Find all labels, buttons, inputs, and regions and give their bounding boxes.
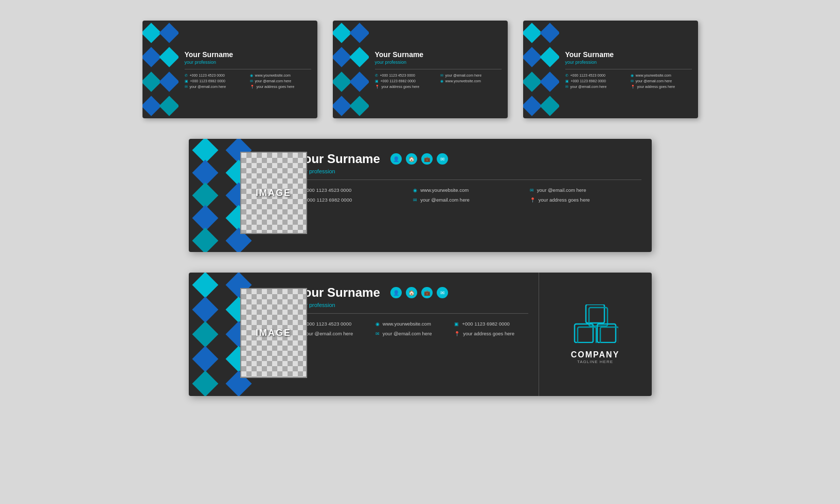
contact-email1-2: ✉ your @email.com here <box>440 74 502 78</box>
diamond-cell <box>333 21 351 45</box>
diamond-cell <box>189 273 222 297</box>
address-icon-bottom: 📍 <box>454 331 460 336</box>
diamond-shape <box>159 47 178 67</box>
web-icon-3: ◉ <box>631 74 634 78</box>
bag-icon-circle: 💼 <box>421 153 433 165</box>
card-left-accent-1 <box>142 21 178 118</box>
diamond-cell <box>142 45 160 70</box>
email-icon: ✉ <box>250 79 253 83</box>
diamond-shape <box>159 71 178 92</box>
diamond-cell <box>160 94 178 119</box>
diamond-shape <box>349 47 368 67</box>
fax-icon-3: ▣ <box>565 79 569 83</box>
large-contact-address: 📍 your address goes here <box>530 197 641 203</box>
diamond-shape <box>192 371 219 396</box>
diamond-shape <box>540 71 559 92</box>
diamond-shape <box>540 96 559 116</box>
diamond-cell <box>351 21 369 45</box>
company-tagline: TAGLINE HERE <box>577 359 613 364</box>
diamond-shape <box>192 346 219 372</box>
large-card-bottom: IMAGE Your Surname 👤 🏠 💼 ✉ your professi… <box>189 273 652 396</box>
person-icon-circle: 👤 <box>390 153 402 165</box>
phone-icon-2: ✆ <box>375 74 378 78</box>
card-profession: your profession <box>185 60 311 65</box>
large-contact-email1: ✉ your @email.com here <box>530 187 641 193</box>
diamond-cell <box>541 94 559 119</box>
diamond-cell <box>189 229 222 252</box>
diamond-cell <box>189 184 222 207</box>
bottom-bag-icon-circle: 💼 <box>421 287 433 298</box>
card-divider <box>185 69 311 69</box>
bottom-address: 📍 your address goes here <box>454 331 528 336</box>
address-icon-3: 📍 <box>631 85 635 89</box>
diamond-cell <box>351 94 369 119</box>
email2-icon: ✉ <box>185 85 188 89</box>
diamond-shape <box>333 96 352 116</box>
contact-phone2-3: ▣ +000 1123 6982 0000 <box>565 79 627 83</box>
diamond-cell <box>142 21 160 45</box>
home-icon-circle: 🏠 <box>406 153 417 165</box>
diamond-cell <box>189 347 222 371</box>
large-profession: your profession <box>297 168 641 174</box>
email-icon-large: ✉ <box>530 188 534 193</box>
bottom-phone1: ✆ +000 1123 4523 0000 <box>297 321 370 327</box>
card-divider-2 <box>375 69 502 69</box>
diamond-cell <box>351 69 369 94</box>
large-card-middle-content: Your Surname 👤 🏠 💼 ✉ your profession ✆ +… <box>256 139 652 252</box>
diamond-cell <box>142 94 160 119</box>
diamond-cell <box>189 371 222 396</box>
diamond-cell <box>333 69 351 94</box>
card-profession-3: your profession <box>565 60 692 65</box>
diamond-cell <box>160 45 178 70</box>
image-label-bottom: IMAGE <box>256 328 291 338</box>
bottom-name-row: Your Surname 👤 🏠 💼 ✉ <box>297 285 528 300</box>
diamond-shape <box>540 47 559 67</box>
large-contact-phone1: ✆ +000 1123 4523 0000 <box>297 187 408 193</box>
bottom-divider <box>297 313 528 314</box>
small-card-2: Your Surname your profession ✆ +000 1123… <box>333 21 508 118</box>
diamond-cell <box>189 161 222 184</box>
bottom-social-icons: 👤 🏠 💼 ✉ <box>390 287 448 298</box>
diamond-cell <box>333 45 351 70</box>
card-profession-2: your profession <box>375 60 502 65</box>
logo-icon <box>572 304 618 345</box>
diamond-shape <box>159 96 178 116</box>
diamond-cell <box>189 297 222 322</box>
image-placeholder-bottom: IMAGE <box>240 288 307 378</box>
bottom-email2: ✉ your @email.com here <box>376 331 449 336</box>
bottom-website: ◉ www.yourwebsite.com <box>376 321 449 327</box>
contact-website-3: ◉ www.yourwebsite.com <box>631 74 692 78</box>
card-divider-3 <box>565 69 692 69</box>
web-icon: ◉ <box>250 74 253 78</box>
contact-phone2-2: ▣ +000 1123 6982 0000 <box>375 79 436 83</box>
email-icon-2: ✉ <box>440 74 443 78</box>
diamond-cell <box>189 322 222 347</box>
card-name-2: Your Surname <box>375 50 502 59</box>
email2-icon-bottom: ✉ <box>376 331 380 336</box>
diamond-cell <box>523 69 541 94</box>
fax-icon-2: ▣ <box>375 79 379 83</box>
small-card-3: Your Surname your profession ✆ +000 1123… <box>523 21 698 118</box>
web-icon-large: ◉ <box>413 188 417 193</box>
large-card-name: Your Surname <box>297 152 380 166</box>
diamond-cell <box>189 139 222 161</box>
card-contact-grid: ✆ +000 1123 4523 0000 ◉ www.yourwebsite.… <box>185 74 311 89</box>
bottom-email1: ✉ your @email.com here <box>297 331 370 336</box>
large-card-middle: IMAGE Your Surname 👤 🏠 💼 ✉ your professi… <box>189 139 652 252</box>
contact-phone2: ▣ +000 1123 6982 0000 <box>185 79 246 83</box>
diamond-shape <box>159 23 178 43</box>
contact-email2: ✉ your @email.com here <box>185 85 246 89</box>
diamond-shape <box>192 297 219 323</box>
address-icon-2: 📍 <box>375 85 380 89</box>
social-icons-row: 👤 🏠 💼 ✉ <box>390 153 448 165</box>
card-left-accent-2 <box>333 21 369 118</box>
diamond-shape <box>142 47 162 67</box>
bottom-card-name: Your Surname <box>297 285 380 300</box>
card-contact-grid-3: ✆ +000 1123 4523 0000 ◉ www.yourwebsite.… <box>565 74 692 89</box>
bottom-profession: your profession <box>297 302 528 308</box>
envelope-icon-circle: ✉ <box>437 153 448 165</box>
bottom-envelope-icon-circle: ✉ <box>437 287 448 298</box>
email-icon-3: ✉ <box>631 79 634 83</box>
large-contact-phone2: ▣ +000 1123 6982 0000 <box>297 197 408 203</box>
large-contact-grid: ✆ +000 1123 4523 0000 ◉ www.yourwebsite.… <box>297 187 641 203</box>
